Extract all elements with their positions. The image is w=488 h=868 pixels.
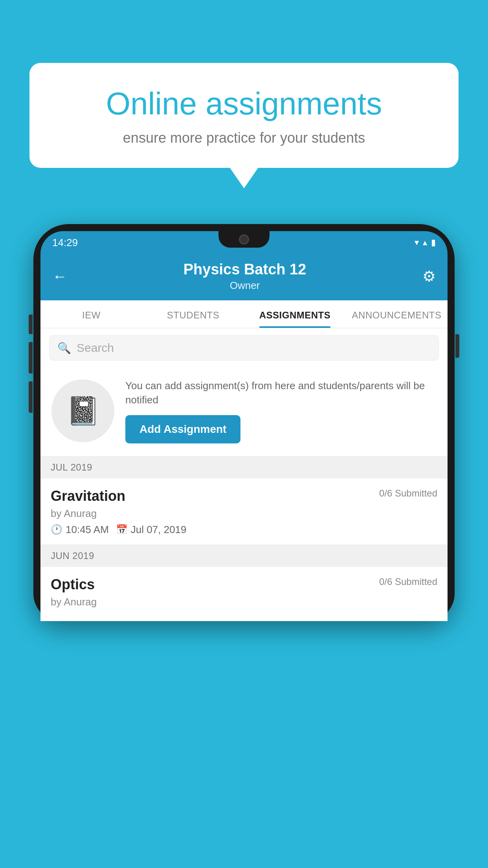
power-button: [455, 334, 459, 358]
assignment-time-date: 🕐 10:45 AM 📅 Jul 07, 2019: [51, 524, 437, 536]
assignment-date: Jul 07, 2019: [131, 524, 187, 536]
clock-icon: 🕐: [51, 524, 62, 535]
month-separator-jun: JUN 2019: [40, 545, 448, 567]
signal-icon: ▴: [423, 237, 427, 248]
phone-notch: [218, 231, 270, 248]
notebook-icon: 📓: [66, 395, 100, 427]
speech-bubble-title: Online assignments: [57, 86, 431, 121]
phone-screen: 🔍 Search 📓 You can add assignment(s) fro…: [40, 328, 448, 621]
search-input-wrapper[interactable]: 🔍 Search: [49, 335, 439, 360]
assignment-name: Gravitation: [51, 488, 125, 504]
volume-up-button: [29, 342, 33, 373]
assignment-submitted: 0/6 Submitted: [379, 488, 437, 499]
add-assignment-button[interactable]: Add Assignment: [125, 415, 240, 443]
assignment-author-optics: by Anurag: [51, 596, 437, 608]
date-item: 📅 Jul 07, 2019: [116, 524, 187, 536]
battery-icon: ▮: [431, 237, 436, 248]
assignment-item-optics[interactable]: Optics 0/6 Submitted by Anurag: [40, 567, 448, 621]
tab-announcements[interactable]: ANNOUNCEMENTS: [346, 300, 448, 328]
assignment-item-header-optics: Optics 0/6 Submitted: [51, 576, 437, 593]
status-time: 14:29: [52, 237, 78, 249]
batch-title: Physics Batch 12: [67, 261, 422, 278]
tab-students[interactable]: STUDENTS: [142, 300, 244, 328]
assignment-author: by Anurag: [51, 508, 437, 520]
tab-bar: IEW STUDENTS ASSIGNMENTS ANNOUNCEMENTS: [40, 300, 448, 328]
promo-icon-circle: 📓: [51, 379, 114, 442]
assignment-item-header: Gravitation 0/6 Submitted: [51, 488, 437, 504]
volume-down-button: [29, 381, 33, 413]
calendar-icon: 📅: [116, 524, 128, 535]
tab-iew[interactable]: IEW: [40, 300, 142, 328]
settings-icon[interactable]: ⚙: [422, 268, 436, 285]
wifi-icon: ▾: [415, 237, 419, 248]
speech-bubble: Online assignments ensure more practice …: [29, 63, 459, 168]
time-item: 🕐 10:45 AM: [51, 524, 109, 536]
month-separator-jul: JUL 2019: [40, 456, 448, 478]
assignment-submitted-optics: 0/6 Submitted: [379, 576, 437, 587]
phone-wrapper: 14:29 ▾ ▴ ▮ ← Physics Batch 12 Owner ⚙ I…: [33, 224, 455, 868]
phone-outer: 14:29 ▾ ▴ ▮ ← Physics Batch 12 Owner ⚙ I…: [33, 224, 455, 621]
assignment-name-optics: Optics: [51, 576, 95, 593]
search-placeholder: Search: [77, 341, 114, 355]
promo-text-block: You can add assignment(s) from here and …: [125, 379, 437, 443]
app-header: ← Physics Batch 12 Owner ⚙: [40, 254, 448, 300]
batch-role: Owner: [67, 280, 422, 292]
camera: [239, 234, 249, 245]
search-bar: 🔍 Search: [40, 328, 448, 368]
search-icon: 🔍: [57, 342, 71, 355]
status-icons: ▾ ▴ ▮: [415, 237, 436, 248]
header-title-block: Physics Batch 12 Owner: [67, 261, 422, 292]
assignment-time: 10:45 AM: [66, 524, 109, 536]
silent-button: [29, 314, 33, 334]
promo-description: You can add assignment(s) from here and …: [125, 379, 437, 407]
tab-assignments[interactable]: ASSIGNMENTS: [244, 300, 346, 328]
speech-bubble-subtitle: ensure more practice for your students: [57, 130, 431, 146]
assignment-item-gravitation[interactable]: Gravitation 0/6 Submitted by Anurag 🕐 10…: [40, 478, 448, 545]
back-button[interactable]: ←: [52, 268, 67, 285]
assignment-promo: 📓 You can add assignment(s) from here an…: [40, 368, 448, 456]
